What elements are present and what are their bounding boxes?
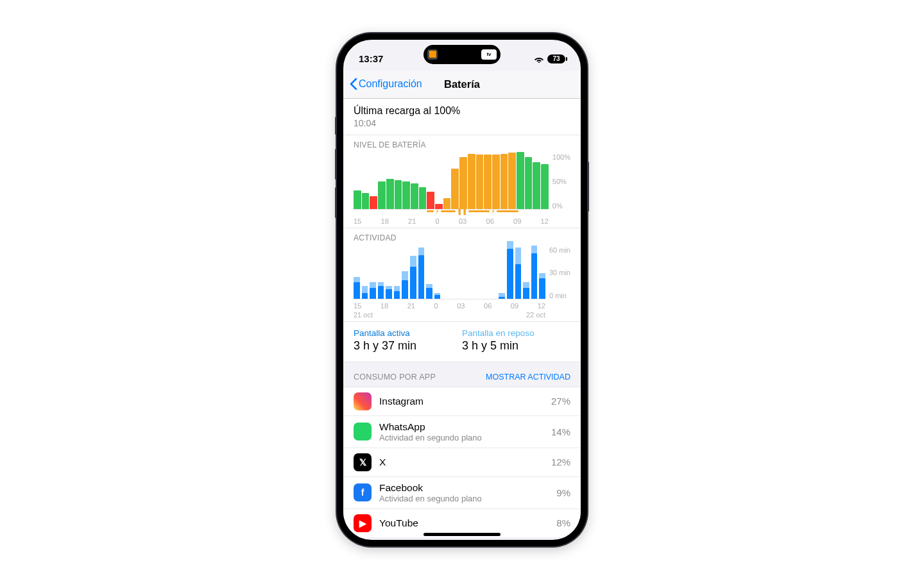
pause-icon: ❚❚ [457,208,467,215]
chevron-left-icon [350,78,357,90]
battery-level-chart[interactable]: NIVEL DE BATERÍA ⚡︎ ❚❚ ⚡︎ [343,135,581,228]
screen-off-label: Pantalla en reposo [462,328,570,338]
app-percent: 9% [556,487,570,498]
app-icon [354,392,372,410]
consumption-title: CONSUMO POR APP [354,373,436,382]
app-icon: 𝕏 [354,453,372,471]
home-indicator[interactable] [424,533,501,536]
power-button [587,162,589,212]
consumption-header: CONSUMO POR APP MOSTRAR ACTIVIDAD [343,362,581,387]
app-icon [354,423,372,441]
app-name: YouTube [379,517,556,529]
charging-indicator-strip: ⚡︎ ❚❚ ⚡︎ [354,208,549,215]
back-button[interactable]: Configuración [350,78,422,90]
nav-bar: Configuración Batería [343,71,581,99]
app-name: X [379,457,551,468]
activity-x-dates: 21 oct 22 oct [354,311,545,319]
mute-switch [335,117,337,135]
battery-pill-icon: 73 [547,55,565,63]
app-percent: 14% [551,426,570,437]
app-name: Instagram [379,396,551,407]
app-percent: 12% [551,457,570,467]
activity-y-axis: 60 min30 min0 min [549,245,570,299]
dynamic-island: 🟧 tv [424,45,501,64]
app-row[interactable]: WhatsApp Actividad en segundo plano 14% [343,415,581,448]
battery-x-axis: 151821003060912 [354,217,549,225]
bolt-icon: ⚡︎ [435,208,440,215]
last-charge-section: Última recarga al 100% 10:04 [343,99,581,135]
app-list: Instagram 27% WhatsApp Actividad en segu… [343,387,581,537]
app-row[interactable]: f Facebook Actividad en segundo plano 9% [343,476,581,508]
battery-y-axis: 100%50%0% [552,152,570,210]
last-charge-time: 10:04 [354,118,570,128]
activity-bars [354,245,545,299]
app-percent: 27% [551,396,570,407]
status-time: 13:37 [359,53,383,64]
show-activity-button[interactable]: MOSTRAR ACTIVIDAD [486,373,570,382]
activity-label: ACTIVIDAD [354,233,570,242]
screen-off-value: 3 h y 5 min [462,339,570,353]
activity-x-axis: 151821003060912 [354,302,545,310]
app-icon: ▶ [354,514,372,532]
app-icon: f [354,483,372,501]
screen: 🟧 tv 13:37 73 Configuración Batería Últi… [343,40,581,540]
activity-chart[interactable]: ACTIVIDAD 151821003060912 21 oct 22 oct … [343,228,581,322]
iphone-frame: 🟧 tv 13:37 73 Configuración Batería Últi… [337,33,587,546]
screen-on-label: Pantalla activa [354,328,462,338]
app-subtitle: Actividad en segundo plano [379,494,556,503]
battery-level-bars [354,152,549,210]
screen-on-value: 3 h y 37 min [354,339,462,353]
app-subtitle: Actividad en segundo plano [379,433,551,442]
back-label: Configuración [359,78,422,90]
volume-down-button [335,187,337,218]
tv-badge-icon: tv [481,49,497,60]
app-name: WhatsApp [379,421,551,433]
volume-up-button [335,149,337,180]
wifi-icon [534,55,544,63]
battery-level-label: NIVEL DE BATERÍA [354,140,570,149]
app-row[interactable]: Instagram 27% [343,387,581,415]
screen-time-section: Pantalla activa 3 h y 37 min Pantalla en… [343,322,581,362]
bolt-icon: ⚡︎ [491,208,495,215]
scroll-content[interactable]: Última recarga al 100% 10:04 NIVEL DE BA… [343,99,581,540]
last-charge-title: Última recarga al 100% [354,105,570,117]
app-name: Facebook [379,482,556,494]
app-percent: 8% [556,517,570,528]
nav-title: Batería [444,78,480,90]
app-row[interactable]: 𝕏 X 12% [343,448,581,476]
island-activity-icon: 🟧 [427,49,438,60]
